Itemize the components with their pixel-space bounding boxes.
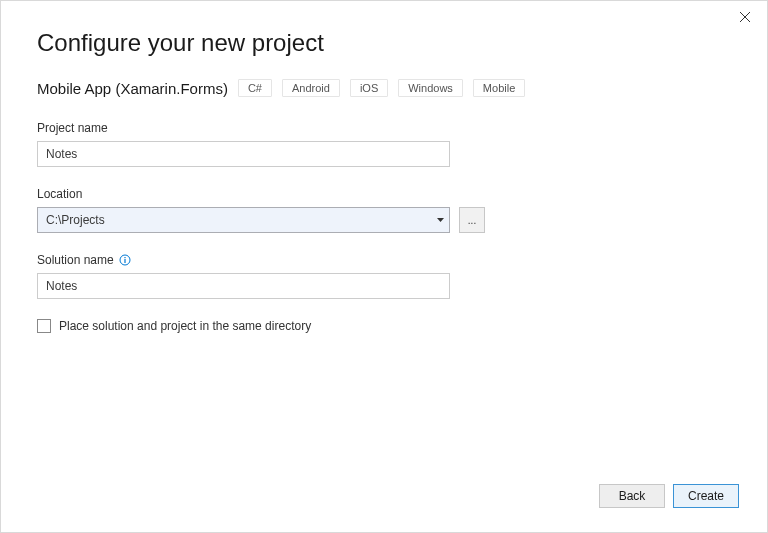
tag-windows: Windows	[398, 79, 463, 97]
browse-location-button[interactable]: ...	[459, 207, 485, 233]
project-name-label: Project name	[37, 121, 731, 135]
same-directory-row: Place solution and project in the same d…	[37, 319, 731, 333]
browse-label: ...	[468, 215, 476, 226]
location-field: Location C:\Projects ...	[37, 187, 731, 233]
location-label: Location	[37, 187, 731, 201]
page-title: Configure your new project	[37, 29, 731, 57]
chevron-down-icon	[431, 208, 449, 232]
svg-marker-2	[437, 218, 444, 222]
project-name-input[interactable]	[37, 141, 450, 167]
tag-mobile: Mobile	[473, 79, 525, 97]
tag-ios: iOS	[350, 79, 388, 97]
tag-csharp: C#	[238, 79, 272, 97]
tag-android: Android	[282, 79, 340, 97]
svg-rect-4	[124, 259, 125, 263]
same-directory-checkbox[interactable]	[37, 319, 51, 333]
dialog-footer: Back Create	[599, 484, 739, 508]
svg-rect-5	[124, 257, 125, 258]
solution-name-field: Solution name	[37, 253, 731, 299]
location-value: C:\Projects	[38, 213, 431, 227]
template-info-row: Mobile App (Xamarin.Forms) C# Android iO…	[37, 79, 731, 97]
close-button[interactable]	[731, 7, 759, 29]
close-icon	[740, 11, 750, 25]
info-icon[interactable]	[119, 254, 131, 266]
dialog-content: Configure your new project Mobile App (X…	[1, 1, 767, 333]
template-name: Mobile App (Xamarin.Forms)	[37, 80, 228, 97]
project-name-field: Project name	[37, 121, 731, 167]
solution-name-label-text: Solution name	[37, 253, 114, 267]
same-directory-label: Place solution and project in the same d…	[59, 319, 311, 333]
solution-name-input[interactable]	[37, 273, 450, 299]
location-combobox[interactable]: C:\Projects	[37, 207, 450, 233]
dialog-window: Configure your new project Mobile App (X…	[0, 0, 768, 533]
back-button[interactable]: Back	[599, 484, 665, 508]
create-button[interactable]: Create	[673, 484, 739, 508]
solution-name-label: Solution name	[37, 253, 731, 267]
